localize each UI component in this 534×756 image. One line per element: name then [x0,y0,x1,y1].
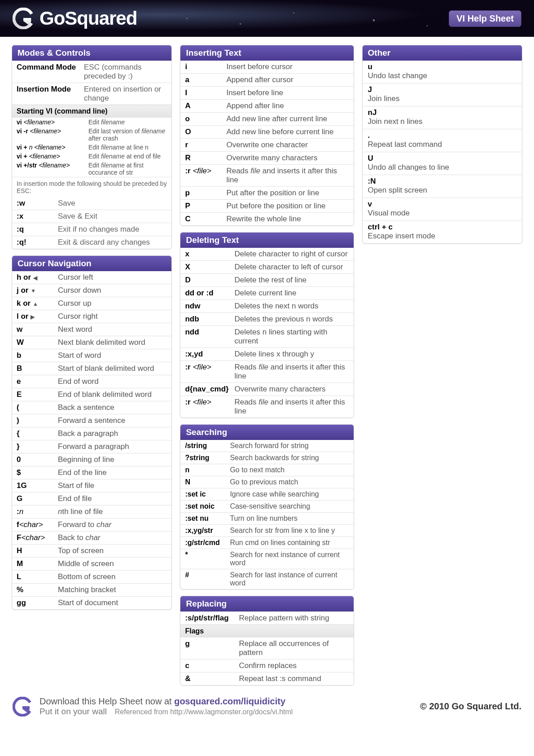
desc: Start of document [58,598,118,607]
cmd: Command Mode [17,63,84,72]
desc-arg: file [250,167,260,175]
desc: Run cmd on lines containing str [230,539,330,547]
cmd: l or [17,312,58,321]
desc: Cursor down [58,286,101,295]
cmd: g [185,639,239,648]
desc: Search forward for string [230,442,308,450]
cmd-arg: <file> [193,167,211,175]
cmd: * [185,551,230,559]
desc: Open split screen [368,186,516,195]
desc: Deletes n lines starting with current [234,328,349,346]
cmd-arg: <filename> [30,127,61,135]
desc: nth line of file [58,507,103,516]
desc: Delete lines x through y [234,350,314,359]
cmd-row: &Repeat last :s command [180,672,353,685]
cmd: w [17,325,58,334]
desc: Overwrite many characters [226,154,317,163]
cmd: ndd [185,328,234,337]
desc: Go to next match [230,466,285,474]
nav-row: k or Cursor up [12,297,171,310]
desc: Go to previous match [230,478,298,486]
cmd: :r <file> [185,398,234,407]
desc: Delete the rest of line [234,276,306,285]
cmd: :set ic [185,490,230,498]
cmd: R [185,154,226,163]
cmd: gg [17,598,58,607]
other-row: nJJoin next n lines [363,106,522,129]
cmd: U [368,154,516,163]
desc-arg: filename [101,144,125,151]
cmd: . [368,131,516,140]
cmd: C [185,215,226,224]
cmd: ctrl + c [368,223,516,232]
desc: Overwrite many characters [234,385,325,394]
cmd: :x,yd [185,350,234,359]
desc: Back a sentence [58,403,114,412]
cmd: /string [185,442,230,450]
section-title: Modes & Controls [12,45,171,61]
cmd-row: pPut after the position or line [180,186,353,199]
cmd: :set nu [185,514,230,523]
desc: End of the line [58,468,107,477]
desc: Insert before cursor [226,62,292,71]
cmd: vi +/str <filename> [17,162,88,176]
arrow-icon [33,299,38,308]
nav-row: j or Cursor down [12,284,171,297]
cmd-arg: n [19,507,23,516]
starting-row: vi +/str <filename>Edit filename at firs… [12,161,171,177]
footer-reference: Referenced from http://www.lagmonster.or… [115,708,293,716]
cmd-row: PPut before the position or line [180,199,353,212]
desc: Middle of screen [58,559,114,568]
cmd-row: #Search for last instance of current wor… [180,569,353,589]
nav-row: (Back a sentence [12,401,171,414]
cmd: vi + <filename> [17,153,88,160]
desc: Rewrite the whole line [226,215,301,224]
cmd: i [185,62,226,71]
subheading-flags: Flags [180,624,353,637]
desc: Deletes the previous n words [234,315,333,324]
cmd-row: :set icIgnore case while searching [180,488,353,500]
desc: Bottom of screen [58,572,116,581]
other-row: vVisual mode [363,198,522,220]
cmd: 1G [17,481,58,490]
desc: Top of screen [58,546,104,555]
desc: Forward a paragraph [58,442,129,451]
nav-row: MMiddle of screen [12,557,171,570]
desc: Forward to char [58,520,111,529]
cmd: v [368,200,516,209]
section-searching: Searching /stringSearch forward for stri… [180,424,354,589]
desc: Edit filename at first occurance of str [88,162,167,176]
desc-arg: file [258,398,268,406]
desc: Beginning of line [58,455,114,464]
cmd-arg: <file> [193,363,211,371]
cmd-row: xDelete character to right of cursor [180,248,353,260]
cmd: & [185,674,239,683]
desc: Forward a sentence [58,416,125,425]
cmd-arg: <file> [193,398,211,406]
desc: Reads file and inserts it after this lin… [234,398,349,416]
desc: Delete character to right of cursor [234,250,347,259]
other-row: UUndo all changes to line [363,152,522,175]
cmd: :s/pt/str/flag [185,614,239,623]
desc-arg: filename [101,162,125,169]
save-row: :qExit if no changes made [12,223,171,236]
cmd: o [185,114,226,123]
save-row: :xSave & Exit [12,210,171,223]
cmd-row: dd or :dDelete current line [180,286,353,299]
desc: Add new line after current line [226,114,327,123]
desc: Next blank delimited word [58,338,145,347]
content-columns: Modes & Controls Command ModeESC (comman… [0,37,534,690]
desc-arg: char [96,520,111,529]
cmd-row: CRewrite the whole line [180,212,353,225]
cmd: k or [17,299,58,308]
cmd: n [185,466,230,474]
desc: Search for last instance of current word [230,571,349,587]
section-title: Replacing [180,596,353,611]
desc-arg: char [85,533,100,542]
desc: Replace all occurrences of pattern [239,639,349,657]
nav-row: HTop of screen [12,544,171,557]
cmd: :set noic [185,502,230,510]
cmd-row: cConfirm replaces [180,659,353,672]
cmd-row: IInsert before line [180,86,353,99]
other-row: :NOpen split screen [363,175,522,198]
